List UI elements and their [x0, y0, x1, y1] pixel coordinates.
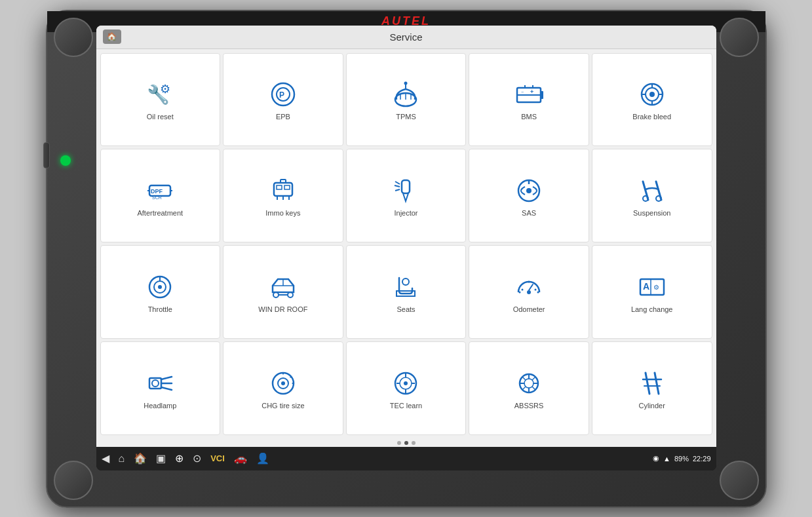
- autel-device: 🏠 Service 🔧⚙ Oil reset: [46, 10, 767, 508]
- svg-line-89: [646, 373, 649, 394]
- svg-point-50: [158, 285, 162, 289]
- svg-rect-36: [280, 180, 286, 183]
- page-dot-3: [412, 441, 416, 445]
- service-item-win-dr-roof[interactable]: WIN DR ROOF: [223, 245, 343, 339]
- svg-point-75: [281, 381, 285, 385]
- service-item-immo-keys[interactable]: Immo keys: [223, 149, 343, 242]
- back-button[interactable]: ◀: [102, 452, 109, 465]
- shield-button[interactable]: ⊕: [175, 452, 184, 465]
- svg-rect-32: [284, 185, 290, 189]
- screen: 🏠 Service 🔧⚙ Oil reset: [96, 26, 716, 470]
- title-bar: 🏠 Service: [96, 26, 716, 49]
- sas-label: SAS: [522, 209, 536, 218]
- svg-point-84: [524, 379, 533, 388]
- service-item-injector[interactable]: Injector: [346, 149, 467, 242]
- tec-learn-label: TEC learn: [390, 402, 423, 410]
- car-button[interactable]: 🚗: [234, 452, 247, 465]
- aftertreatment-label: Aftertreatment: [137, 209, 183, 218]
- service-item-aftertreatment[interactable]: DPF SCR Aftertreatment: [100, 149, 221, 242]
- svg-point-63: [528, 280, 530, 282]
- bms-label: BMS: [521, 113, 537, 121]
- throttle-icon: [144, 273, 176, 301]
- suspension-label: Suspension: [633, 209, 671, 218]
- svg-text:P: P: [279, 90, 284, 100]
- service-item-odometer[interactable]: Odometer: [469, 245, 589, 339]
- svg-line-72: [161, 387, 172, 390]
- power-led: [60, 155, 71, 166]
- svg-rect-12: [541, 91, 543, 99]
- epb-icon: P: [267, 80, 300, 109]
- tec-learn-icon: [389, 369, 422, 398]
- svg-text:A: A: [643, 281, 649, 292]
- power-button[interactable]: [43, 142, 50, 168]
- svg-point-61: [519, 291, 521, 293]
- service-item-lang-change[interactable]: A ⚙ Lang change: [592, 245, 712, 339]
- android-home-button[interactable]: ⌂: [119, 453, 125, 465]
- service-item-throttle[interactable]: Throttle: [100, 245, 221, 339]
- svg-rect-37: [402, 180, 410, 193]
- page-dot-2: [404, 441, 408, 445]
- service-grid: 🔧⚙ Oil reset P EPB: [96, 49, 716, 439]
- service-item-headlamp[interactable]: Headlamp: [100, 341, 221, 435]
- abssrs-label: ABSSRS: [514, 402, 544, 410]
- service-item-oil-reset[interactable]: 🔧⚙ Oil reset: [100, 53, 221, 147]
- brake-bleed-label: Brake bleed: [632, 113, 671, 121]
- vc-button[interactable]: VCI: [210, 453, 225, 463]
- epb-label: EPB: [276, 113, 290, 121]
- service-item-tpms[interactable]: TPMS: [346, 53, 467, 147]
- service-item-abssrs[interactable]: ABSSRS: [469, 341, 589, 435]
- service-item-sas[interactable]: SAS: [469, 149, 589, 242]
- service-item-bms[interactable]: − + BMS: [469, 53, 589, 147]
- svg-line-40: [395, 189, 400, 191]
- svg-text:+: +: [530, 88, 533, 95]
- svg-line-86: [532, 377, 535, 380]
- service-item-epb[interactable]: P EPB: [223, 53, 343, 147]
- corner-grip-bl: [54, 461, 93, 500]
- service-item-brake-bleed[interactable]: Brake bleed: [592, 53, 712, 147]
- immo-keys-icon: [267, 176, 300, 205]
- home-icon: 🏠: [107, 32, 117, 41]
- svg-line-70: [161, 377, 172, 379]
- service-item-seats[interactable]: Seats: [346, 245, 467, 339]
- tpms-label: TPMS: [396, 113, 416, 121]
- cylinder-label: Cylinder: [639, 402, 665, 410]
- corner-grip-tl: [54, 18, 93, 57]
- sas-icon: [512, 176, 545, 205]
- service-item-suspension[interactable]: Suspension: [592, 149, 712, 242]
- app-area: 🏠 Service 🔧⚙ Oil reset: [96, 26, 716, 447]
- svg-point-62: [537, 291, 539, 293]
- tpms-icon: [389, 80, 422, 109]
- svg-line-85: [522, 377, 526, 380]
- wifi-icon: ▲: [663, 455, 670, 463]
- suspension-icon: [636, 176, 668, 205]
- svg-point-7: [404, 82, 408, 85]
- screen-bezel: 🏠 Service 🔧⚙ Oil reset: [96, 26, 716, 470]
- lang-change-icon: A ⚙: [636, 273, 668, 301]
- camera-button[interactable]: ⊙: [193, 452, 201, 465]
- win-dr-roof-icon: [267, 273, 300, 301]
- service-item-chg-tire-size[interactable]: CHG tire size: [223, 341, 343, 435]
- odometer-icon: [512, 273, 545, 301]
- svg-text:⚙: ⚙: [160, 83, 170, 96]
- oil-reset-label: Oil reset: [147, 113, 174, 121]
- user-button[interactable]: 👤: [256, 452, 269, 465]
- android-nav-bar: ◀ ⌂ 🏠 ▣ ⊕ ⊙ VCI 🚗 👤 ◉ ▲ 89% 22:29: [96, 447, 716, 470]
- nav-buttons: ◀ ⌂ 🏠 ▣ ⊕ ⊙ VCI 🚗 👤: [102, 452, 269, 465]
- svg-text:−: −: [521, 90, 524, 94]
- page-dot-1: [397, 441, 401, 445]
- svg-point-60: [535, 288, 537, 290]
- aftertreatment-icon: DPF SCR: [144, 176, 176, 205]
- service-item-cylinder[interactable]: Cylinder: [592, 341, 712, 435]
- headlamp-label: Headlamp: [144, 402, 176, 410]
- page-indicator: [96, 439, 716, 447]
- svg-line-38: [395, 182, 400, 184]
- seats-icon: [389, 273, 422, 301]
- recents-button[interactable]: ▣: [156, 452, 166, 465]
- home-button[interactable]: 🏠: [103, 29, 121, 44]
- home2-button[interactable]: 🏠: [134, 452, 147, 465]
- svg-line-90: [655, 373, 659, 394]
- screen-title: Service: [389, 31, 422, 43]
- service-item-tec-learn[interactable]: TEC learn: [346, 341, 467, 435]
- svg-line-58: [529, 284, 533, 290]
- chg-tire-size-icon: [267, 369, 300, 398]
